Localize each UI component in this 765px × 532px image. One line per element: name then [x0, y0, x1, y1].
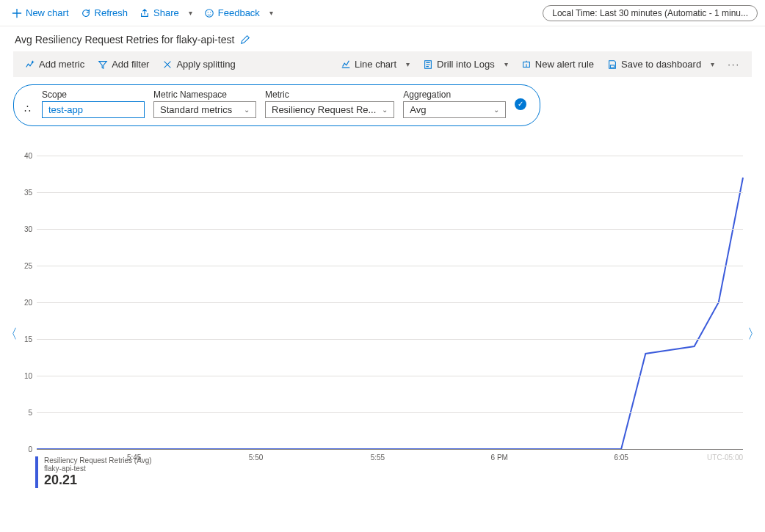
x-axis-tick: 5:45: [127, 453, 141, 462]
aggregation-field: Aggregation Avg ⌄: [403, 90, 506, 118]
save-dashboard-label: Save to dashboard: [621, 59, 701, 70]
add-metric-label: Add metric: [39, 59, 84, 70]
new-alert-button[interactable]: New alert rule: [517, 56, 598, 73]
apply-splitting-button[interactable]: Apply splitting: [158, 56, 239, 73]
line-chart-icon: [341, 59, 351, 70]
next-chart-button[interactable]: 〉: [744, 322, 764, 346]
namespace-picker[interactable]: Standard metrics ⌄: [153, 101, 256, 118]
chevron-down-icon: ⌄: [244, 106, 250, 114]
legend[interactable]: Resiliency Request Retries (Avg) flaky-a…: [35, 456, 765, 488]
namespace-value: Standard metrics: [160, 104, 232, 115]
more-button[interactable]: ···: [723, 56, 744, 73]
svg-point-0: [206, 9, 214, 17]
grid-line: [37, 376, 743, 376]
legend-resource: flaky-api-test: [44, 464, 152, 473]
grid-line: [37, 412, 743, 413]
y-axis-tick: 0: [16, 445, 32, 453]
aggregation-label: Aggregation: [403, 90, 506, 100]
chart-title-row: Avg Resiliency Request Retries for flaky…: [0, 26, 765, 51]
apply-splitting-label: Apply splitting: [176, 59, 235, 70]
x-axis-tick: 6 PM: [491, 453, 508, 462]
svg-rect-5: [610, 65, 614, 68]
edit-icon[interactable]: [240, 34, 250, 45]
drill-logs-button[interactable]: Drill into Logs ▾: [418, 56, 512, 73]
alert-icon: [521, 59, 532, 70]
chevron-down-icon: ▾: [269, 9, 273, 17]
share-icon: [139, 8, 150, 18]
chart-type-button[interactable]: Line chart ▾: [336, 56, 414, 73]
grid-line: [37, 229, 743, 230]
feedback-button[interactable]: Feedback ▾: [200, 4, 278, 21]
add-filter-label: Add filter: [112, 59, 149, 70]
metric-label: Metric: [265, 90, 394, 100]
scope-label: Scope: [42, 90, 145, 100]
series-color-icon: ∴: [24, 103, 31, 114]
save-dashboard-button[interactable]: Save to dashboard ▾: [603, 56, 719, 73]
feedback-label: Feedback: [218, 7, 260, 18]
refresh-icon: [81, 8, 91, 18]
chart-title: Avg Resiliency Request Retries for flaky…: [15, 34, 234, 45]
chevron-down-icon: ▾: [189, 9, 192, 17]
y-axis-tick: 35: [16, 189, 32, 197]
chevron-down-icon: ▾: [711, 60, 714, 68]
logs-icon: [423, 59, 433, 70]
legend-color-bar: [35, 456, 38, 488]
y-axis-tick: 25: [16, 262, 32, 270]
y-axis-tick: 20: [16, 299, 32, 307]
scope-field: Scope test-app: [42, 90, 145, 118]
refresh-label: Refresh: [95, 7, 128, 18]
aggregation-picker[interactable]: Avg ⌄: [403, 101, 506, 118]
metric-icon: [25, 59, 35, 70]
chevron-down-icon: ▾: [504, 60, 508, 68]
metric-value: Resiliency Request Re...: [272, 104, 376, 115]
metric-selector-row: ∴ Scope test-app Metric Namespace Standa…: [13, 84, 752, 126]
grid-line: [37, 449, 743, 450]
grid-line: [37, 192, 743, 193]
aggregation-value: Avg: [410, 104, 426, 115]
share-label: Share: [153, 7, 179, 18]
chart-container: 〈 〉 05101520253035405:455:505:556 PM6:05…: [0, 156, 765, 488]
grid-line: [37, 339, 743, 340]
legend-value: 20.21: [44, 473, 152, 488]
x-axis-tick: 5:50: [249, 453, 263, 462]
chevron-down-icon: ▾: [406, 60, 410, 68]
y-axis-tick: 30: [16, 225, 32, 233]
plus-icon: [12, 8, 22, 18]
time-range-picker[interactable]: Local Time: Last 30 minutes (Automatic -…: [543, 5, 758, 21]
new-chart-label: New chart: [26, 7, 69, 18]
y-axis-tick: 15: [16, 335, 32, 343]
x-axis-tick: 5:55: [371, 453, 385, 462]
drill-logs-label: Drill into Logs: [437, 59, 495, 70]
grid-line: [37, 266, 743, 266]
x-axis-tick: 6:05: [614, 453, 628, 462]
svg-point-2: [210, 12, 211, 12]
grid-line: [37, 302, 743, 303]
metric-pill: ∴ Scope test-app Metric Namespace Standa…: [13, 84, 540, 126]
namespace-label: Metric Namespace: [153, 90, 256, 100]
new-alert-label: New alert rule: [535, 59, 594, 70]
namespace-field: Metric Namespace Standard metrics ⌄: [153, 90, 256, 118]
scope-value: test-app: [48, 104, 83, 115]
top-toolbar: New chart Refresh Share ▾ Feedback ▾ Loc…: [0, 0, 765, 26]
chart-toolbar: Add metric Add filter Apply splitting Li…: [13, 51, 752, 77]
refresh-button[interactable]: Refresh: [76, 4, 133, 21]
svg-point-1: [207, 12, 208, 12]
metric-field: Metric Resiliency Request Re... ⌄: [265, 90, 394, 118]
add-metric-button[interactable]: Add metric: [21, 56, 89, 73]
check-icon: ✓: [515, 98, 526, 110]
metric-picker[interactable]: Resiliency Request Re... ⌄: [265, 101, 394, 118]
chart-plot-area[interactable]: 05101520253035405:455:505:556 PM6:05UTC-…: [37, 156, 743, 449]
split-icon: [162, 59, 173, 70]
share-button[interactable]: Share ▾: [135, 4, 197, 21]
new-chart-button[interactable]: New chart: [7, 4, 73, 21]
filter-icon: [98, 59, 108, 70]
chevron-down-icon: ⌄: [382, 106, 388, 114]
y-axis-tick: 10: [16, 372, 32, 380]
add-filter-button[interactable]: Add filter: [93, 56, 153, 73]
scope-picker[interactable]: test-app: [42, 101, 145, 118]
grid-line: [37, 156, 743, 156]
chevron-down-icon: ⌄: [493, 106, 499, 114]
timezone-label: UTC-05:00: [707, 453, 743, 462]
y-axis-tick: 40: [16, 152, 32, 160]
y-axis-tick: 5: [16, 409, 32, 417]
